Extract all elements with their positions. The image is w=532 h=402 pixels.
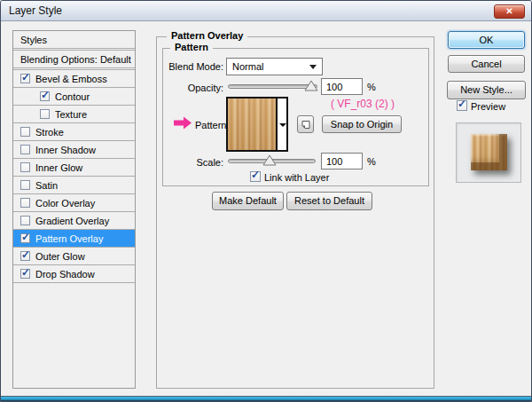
sidebar-item-inner-glow[interactable]: Inner Glow (13, 159, 135, 177)
checked-checkbox-icon[interactable] (20, 269, 30, 279)
scale-label: Scale: (165, 157, 223, 168)
reset-to-default-button[interactable]: Reset to Default (286, 192, 372, 210)
sidebar-item-inner-shadow[interactable]: Inner Shadow (13, 141, 135, 159)
opacity-input[interactable] (321, 78, 363, 95)
sidebar-item-label: Pattern Overlay (35, 233, 103, 244)
sidebar-item-satin[interactable]: Satin (13, 177, 135, 194)
unchecked-checkbox-icon[interactable] (20, 162, 30, 172)
sidebar-item-contour[interactable]: Contour (13, 88, 135, 106)
new-pattern-button[interactable] (297, 115, 314, 133)
sidebar-item-label: Gradient Overlay (35, 216, 109, 226)
window-bottom-border (1, 396, 531, 401)
sidebar-item-label: Texture (55, 109, 87, 120)
sidebar-item-drop-shadow[interactable]: Drop Shadow (13, 265, 135, 283)
unchecked-checkbox-icon[interactable] (20, 145, 30, 154)
style-preview-thumbnail (456, 122, 521, 183)
sidebar-item-label: Blending Options: Default (20, 54, 131, 65)
unchecked-checkbox-icon[interactable] (20, 180, 30, 190)
sidebar-item-blending-options-default[interactable]: Blending Options: Default (13, 51, 135, 68)
scale-slider-thumb[interactable] (262, 154, 277, 168)
pattern-group: Pattern Blend Mode: Normal Opacity: % Pa… (162, 48, 429, 186)
unchecked-checkbox-icon[interactable] (20, 127, 30, 137)
checked-checkbox-icon[interactable] (20, 74, 30, 83)
sidebar-item-label: Contour (55, 91, 90, 102)
group-title: Pattern (170, 42, 213, 52)
link-with-layer-label: Link with Layer (264, 172, 329, 183)
scale-unit: % (367, 156, 376, 167)
opacity-slider-thumb[interactable] (304, 80, 318, 93)
title-bar: Layer Style ✕ (1, 1, 531, 21)
checked-checkbox-icon[interactable] (20, 233, 30, 243)
preview-checkbox[interactable] (457, 100, 467, 111)
blend-mode-value: Normal (232, 61, 263, 72)
sidebar-item-color-overlay[interactable]: Color Overlay (13, 194, 135, 212)
preview-label: Preview (471, 101, 505, 112)
opacity-label: Opacity: (165, 83, 223, 93)
pattern-label: Pattern: (195, 120, 230, 130)
chevron-down-icon (309, 65, 317, 69)
checked-checkbox-icon[interactable] (20, 251, 30, 261)
snap-to-origin-button[interactable]: Snap to Origin (322, 115, 402, 133)
scale-input[interactable] (321, 153, 363, 169)
pattern-overlay-panel: Pattern Overlay Pattern Blend Mode: Norm… (156, 36, 434, 389)
annotation-arrow-icon (174, 116, 192, 131)
new-style-button[interactable]: New Style... (447, 81, 526, 99)
sidebar-item-stroke[interactable]: Stroke (13, 123, 135, 141)
window-title: Layer Style (9, 4, 62, 17)
sidebar-item-label: Drop Shadow (35, 269, 95, 280)
sidebar-item-texture[interactable]: Texture (13, 106, 135, 123)
blend-mode-select[interactable]: Normal (226, 58, 323, 75)
sidebar-item-label: Outer Glow (35, 251, 85, 262)
sidebar-item-label: Styles (20, 35, 47, 45)
styles-list: StylesBlending Options: DefaultBevel & E… (12, 30, 136, 389)
sidebar-item-bevel-emboss[interactable]: Bevel & Emboss (13, 70, 135, 88)
sidebar-item-label: Inner Shadow (35, 145, 96, 155)
sidebar-item-label: Color Overlay (35, 198, 95, 209)
blend-mode-label: Blend Mode: (165, 61, 223, 72)
sidebar-item-gradient-overlay[interactable]: Gradient Overlay (13, 212, 135, 230)
pattern-swatch-picker[interactable] (226, 97, 288, 152)
unchecked-checkbox-icon[interactable] (20, 198, 30, 208)
make-default-button[interactable]: Make Default (212, 192, 284, 210)
style-preview-sample (471, 134, 507, 170)
pattern-swatch-dropdown[interactable] (276, 99, 286, 150)
chevron-down-icon (279, 123, 286, 127)
sidebar-item-styles[interactable]: Styles (13, 31, 135, 49)
pattern-swatch-image (228, 99, 276, 150)
close-icon: ✕ (505, 6, 512, 16)
pattern-annotation: ( VF_r03 (2) ) (319, 98, 406, 110)
sidebar-item-label: Inner Glow (35, 162, 82, 173)
sidebar-item-label: Satin (35, 180, 58, 191)
unchecked-checkbox-icon[interactable] (40, 109, 50, 119)
opacity-unit: % (367, 82, 376, 92)
layer-style-dialog: Layer Style ✕ StylesBlending Options: De… (0, 0, 532, 402)
sidebar-item-outer-glow[interactable]: Outer Glow (13, 248, 135, 265)
link-with-layer-checkbox[interactable] (250, 171, 261, 182)
sidebar-item-label: Stroke (35, 127, 64, 138)
ok-button[interactable]: OK (448, 31, 525, 49)
cancel-button[interactable]: Cancel (448, 55, 525, 73)
new-preset-icon (300, 119, 311, 130)
sidebar-item-label: Bevel & Emboss (35, 74, 107, 84)
unchecked-checkbox-icon[interactable] (20, 216, 30, 225)
sidebar-item-pattern-overlay[interactable]: Pattern Overlay (13, 230, 135, 248)
panel-title: Pattern Overlay (167, 30, 247, 41)
close-button[interactable]: ✕ (494, 4, 525, 19)
checked-checkbox-icon[interactable] (40, 91, 50, 101)
